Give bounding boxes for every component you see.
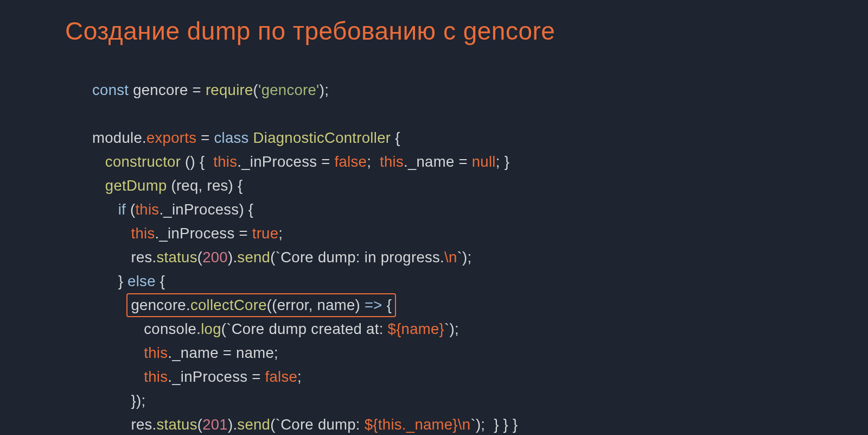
code-token: ; [297,368,302,385]
code-token: => [365,297,382,313]
code-token: `Core dump: in progress. [276,249,444,266]
code-token: ` [457,249,462,266]
code-token: ((error, name) [267,297,365,313]
code-token: gencore. [131,297,190,313]
code-token: ( [253,81,258,98]
code-token: . [142,129,146,146]
code-token: } [118,273,127,289]
code-token: ( [130,201,135,218]
code-token: res. [131,249,156,266]
code-line: if (this._inProcess) { [92,198,803,222]
code-token: class [214,129,253,146]
code-token: ( [221,320,226,337]
code-token: ${name} [388,320,445,337]
code-token: this [131,225,155,242]
code-line: gencore.collectCore((error, name) => { [92,293,803,317]
code-token: this [380,153,404,170]
code-line [92,102,803,126]
code-token: ( [270,416,275,433]
code-block: const gencore = require('gencore'); modu… [65,78,803,435]
code-token: console. [144,320,201,337]
code-line: console.log(`Core dump created at: ${nam… [92,317,803,341]
code-line: const gencore = require('gencore'); [92,78,803,102]
code-line: this._inProcess = true; [92,222,803,245]
code-token: const [92,81,133,98]
code-token: null [472,153,496,170]
code-token: status [157,416,197,433]
code-token: log [201,320,221,337]
code-token: ( [197,416,202,433]
code-token: ); [462,249,471,266]
code-line: } else { [92,269,803,293]
code-token: this [144,344,168,361]
code-token: = [196,129,214,146]
code-token: ( [270,249,275,266]
code-token: ._name} [402,416,458,433]
code-token: ._inProcess = [237,153,334,170]
code-token: ). [228,416,237,433]
code-token: { [156,273,165,289]
code-token: ._inProcess = [155,225,252,242]
code-token: ${ [365,416,378,433]
code-token: else [127,273,156,289]
code-line: res.status(201).send(`Core dump: ${this.… [92,413,803,435]
code-token: ( [197,249,202,266]
code-token: collectCore [190,297,267,313]
code-token: (req, res) { [167,177,243,194]
code-token: ._name = [404,153,472,170]
code-token: module [92,129,142,146]
code-token: false [265,368,298,385]
code-token: this [378,416,402,433]
code-token: 201 [202,416,228,433]
code-token: ); [320,81,329,98]
code-token: getDump [105,177,167,194]
code-token: ). [228,249,237,266]
code-token: ); } } } [476,416,518,433]
slide: Создание dump по требованию с gencore co… [0,0,868,435]
code-token: ._inProcess = [168,368,265,385]
slide-title: Создание dump по требованию с gencore [65,16,803,46]
code-token: ; [278,225,283,242]
code-token: ._name = name; [168,344,278,361]
code-token: ` [444,320,449,337]
code-token: true [252,225,279,242]
code-token: { [391,129,400,146]
code-token: constructor [105,153,181,170]
code-token: status [157,249,197,266]
code-token: () { [181,153,213,170]
code-token: false [335,153,367,170]
code-token: res. [131,416,156,433]
code-token: this [144,368,168,385]
code-token: ` [470,416,475,433]
code-token: DiagnosticController [253,129,391,146]
code-token: `Core dump: [276,416,365,433]
code-token: send [237,416,270,433]
code-token: `Core dump created at: [226,320,387,337]
code-token: require [206,81,253,98]
code-line: module.exports = class DiagnosticControl… [92,126,803,150]
highlight-box: gencore.collectCore((error, name) => { [126,293,396,317]
code-line: this._inProcess = false; [92,365,803,389]
code-token: \n [444,249,457,266]
code-token: ); [450,320,459,337]
code-line: res.status(200).send(`Core dump: in prog… [92,245,803,269]
code-token: { [382,297,392,313]
code-line: constructor () { this._inProcess = false… [92,150,803,174]
code-token: this [213,153,237,170]
code-token: gencore = [133,81,206,98]
code-token: if [118,201,130,218]
code-line: getDump (req, res) { [92,174,803,198]
code-line: this._name = name; [92,341,803,365]
code-line: }); [92,389,803,413]
code-token: }); [131,392,145,409]
code-token: ._inProcess) { [159,201,253,218]
code-token: 200 [202,249,228,266]
code-token: send [237,249,270,266]
code-token: exports [146,129,196,146]
code-token: \n [458,416,471,433]
code-token: ; } [496,153,509,170]
code-token: 'gencore' [258,81,320,98]
code-token: ; [367,153,380,170]
code-token: this [135,201,159,218]
